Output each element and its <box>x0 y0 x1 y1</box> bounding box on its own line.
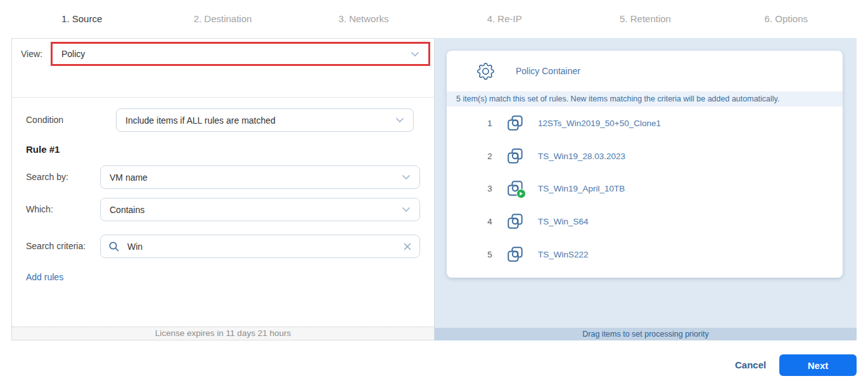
vm-list-item[interactable]: 4 TS_Win_S64 <box>447 205 843 238</box>
source-rules-panel: View: Policy Condition Include items if … <box>11 38 435 340</box>
view-dropdown[interactable]: Policy <box>53 44 428 64</box>
vm-item-name[interactable]: TS_Win_S64 <box>538 217 589 226</box>
chevron-down-icon <box>402 174 411 180</box>
policy-container-panel: Policy Container 5 item(s) match this se… <box>435 38 857 340</box>
vm-list-item[interactable]: 5 TS_WinS222 <box>447 238 843 271</box>
vm-icon <box>507 181 523 197</box>
vm-icon <box>507 214 523 230</box>
vm-icon <box>507 247 523 262</box>
wizard-step-bar: 1. Source2. Destination3. Networks4. Re-… <box>11 0 857 37</box>
chevron-down-icon <box>411 51 419 57</box>
vm-item-index: 4 <box>485 217 495 226</box>
condition-label: Condition <box>26 115 63 125</box>
search-criteria-input[interactable] <box>126 241 403 252</box>
which-dropdown[interactable]: Contains <box>100 198 420 221</box>
vm-list-item[interactable]: 3 TS_Win19_April_10TB <box>447 172 843 205</box>
next-button[interactable]: Next <box>779 354 857 376</box>
vm-item-index: 1 <box>485 119 495 128</box>
policy-container-title: Policy Container <box>516 66 580 76</box>
view-label: View: <box>21 49 42 59</box>
policy-container-header: Policy Container <box>447 51 843 91</box>
which-dropdown-value: Contains <box>110 205 144 215</box>
job-wizard: 1. Source2. Destination3. Networks4. Re-… <box>0 0 868 388</box>
vm-list-item[interactable]: 2 TS_Win19_28.03.2023 <box>447 140 843 173</box>
search-criteria-field <box>100 235 420 258</box>
match-info: 5 item(s) match this set of rules. New i… <box>447 91 843 107</box>
vm-list: 1 12STs_Win2019_50+50_Clone1 2 TS <box>447 107 843 271</box>
drag-priority-hint: Drag items to set processing priority <box>435 328 857 340</box>
vm-list-item[interactable]: 1 12STs_Win2019_50+50_Clone1 <box>447 107 843 140</box>
search-criteria-label: Search criteria: <box>26 241 86 251</box>
view-dropdown-value: Policy <box>61 49 85 59</box>
vm-item-index: 5 <box>485 250 495 259</box>
add-rules-link[interactable]: Add rules <box>26 272 63 282</box>
policy-container-card: Policy Container 5 item(s) match this se… <box>447 51 843 278</box>
license-status: License expires in 11 days 21 hours <box>12 327 434 340</box>
wizard-step-6[interactable]: 6. Options <box>716 0 857 37</box>
vm-icon <box>507 148 523 164</box>
rule-title: Rule #1 <box>26 144 60 155</box>
vm-item-index: 2 <box>485 152 495 161</box>
search-by-label: Search by: <box>26 172 68 182</box>
search-icon <box>108 241 120 252</box>
vm-item-name[interactable]: TS_WinS222 <box>538 250 589 259</box>
wizard-step-4[interactable]: 4. Re-IP <box>434 0 575 37</box>
view-row: View: Policy <box>12 39 434 98</box>
condition-dropdown-value: Include items if ALL rules are matched <box>125 115 276 126</box>
chevron-down-icon <box>395 117 404 123</box>
vm-item-index: 3 <box>485 184 495 193</box>
running-badge-icon <box>516 189 526 198</box>
which-label: Which: <box>26 204 53 214</box>
vm-item-name[interactable]: 12STs_Win2019_50+50_Clone1 <box>538 119 661 128</box>
wizard-step-2[interactable]: 2. Destination <box>152 0 293 37</box>
view-dropdown-highlight: Policy <box>51 42 430 66</box>
condition-dropdown[interactable]: Include items if ALL rules are matched <box>116 108 414 132</box>
cancel-button[interactable]: Cancel <box>735 359 766 370</box>
clear-search-icon[interactable] <box>403 242 412 251</box>
search-by-dropdown[interactable]: VM name <box>100 165 420 189</box>
wizard-step-5[interactable]: 5. Retention <box>575 0 715 37</box>
search-by-dropdown-value: VM name <box>110 172 148 183</box>
wizard-step-3[interactable]: 3. Networks <box>293 0 434 37</box>
chevron-down-icon <box>402 207 411 212</box>
vm-icon <box>507 115 523 131</box>
gear-icon <box>477 63 494 80</box>
vm-item-name[interactable]: TS_Win19_28.03.2023 <box>538 152 625 161</box>
wizard-step-1[interactable]: 1. Source <box>11 0 152 37</box>
vm-item-name[interactable]: TS_Win19_April_10TB <box>538 184 625 193</box>
